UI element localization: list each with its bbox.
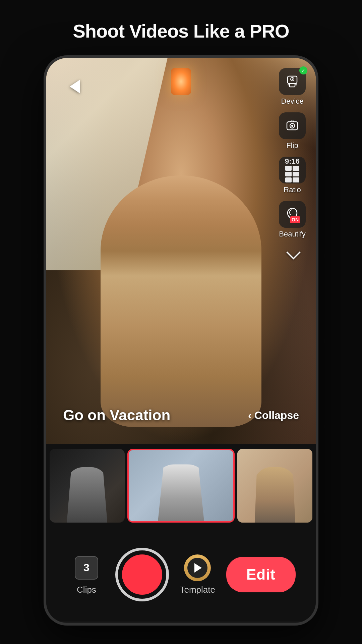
template-icon: [184, 554, 211, 581]
template-label: Template: [180, 585, 216, 595]
thumb-person-3: [252, 467, 297, 523]
svg-rect-1: [290, 84, 295, 87]
device-icon-wrap: ✓: [279, 68, 306, 95]
page-title: Shoot Videos Like a PRO: [73, 20, 289, 42]
camera-viewfinder: ✓ Device Flip: [46, 58, 316, 444]
thumbnail-1[interactable]: [50, 449, 125, 523]
thumbnail-3[interactable]: [237, 449, 312, 523]
right-toolbar: ✓ Device Flip: [279, 68, 306, 262]
clips-icon-wrap: 3: [71, 554, 102, 581]
ratio-value: 9:16: [285, 158, 300, 165]
expand-toolbar-button[interactable]: [279, 245, 306, 262]
ceiling-light: [171, 68, 191, 95]
collapse-button[interactable]: ‹ Collapse: [248, 409, 299, 422]
person-silhouette: [101, 175, 261, 427]
svg-point-5: [292, 78, 293, 80]
flip-icon-wrap: [279, 112, 306, 139]
bottom-controls: 3 Clips Template Edit: [46, 528, 316, 622]
thumb-person-1: [65, 467, 110, 523]
collapse-label: Collapse: [254, 409, 299, 422]
flip-label: Flip: [286, 141, 298, 150]
flip-toolbar-item[interactable]: Flip: [279, 112, 306, 150]
template-inner: [187, 558, 207, 578]
caption-overlay: Go on Vacation ‹ Collapse: [63, 407, 299, 424]
phone-shell: ✓ Device Flip: [44, 55, 318, 626]
chevron-down-icon: [286, 245, 300, 259]
record-button-inner: [122, 554, 162, 595]
ratio-grid-icon: [285, 166, 299, 182]
clips-icon: 3: [75, 556, 98, 580]
thumbnail-strip: [46, 444, 316, 528]
record-button[interactable]: [115, 548, 169, 601]
back-arrow-icon: [70, 80, 80, 93]
ratio-label: Ratio: [284, 185, 301, 194]
edit-button[interactable]: Edit: [226, 557, 296, 592]
thumbnail-2-active[interactable]: [127, 449, 235, 523]
device-icon: [285, 74, 300, 89]
svg-point-8: [291, 125, 293, 127]
flip-icon: [285, 118, 300, 133]
template-play-icon: [194, 563, 202, 573]
template-control[interactable]: Template: [177, 554, 218, 595]
beautify-icon-container: ON: [285, 206, 300, 222]
ratio-toolbar-item[interactable]: 9:16 Ratio: [279, 157, 306, 194]
device-active-badge: ✓: [299, 66, 307, 74]
beautify-icon-wrap: ON: [279, 201, 306, 228]
beautify-toolbar-item[interactable]: ON Beautify: [279, 201, 306, 238]
template-icon-wrap: [182, 554, 213, 581]
scene-caption: Go on Vacation: [63, 407, 170, 424]
clips-control[interactable]: 3 Clips: [66, 554, 107, 595]
beautify-label: Beautify: [279, 230, 306, 238]
device-toolbar-item[interactable]: ✓ Device: [279, 68, 306, 106]
clips-count: 3: [83, 561, 89, 574]
beautify-on-badge: ON: [290, 216, 300, 223]
back-button[interactable]: [63, 75, 86, 98]
ratio-icon-wrap: 9:16: [279, 157, 306, 183]
clips-label: Clips: [77, 585, 96, 595]
device-label: Device: [281, 97, 303, 106]
